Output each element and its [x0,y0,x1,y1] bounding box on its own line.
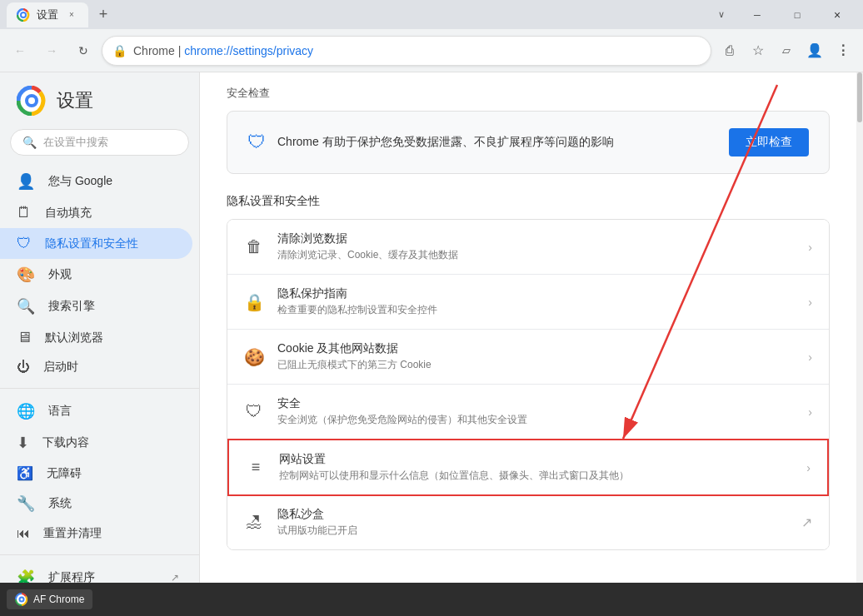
appearance-icon: 🎨 [17,266,35,284]
share-icon[interactable]: ⎙ [716,37,743,64]
window-controls: ─ □ × [738,0,856,29]
sidebar-divider [0,388,199,389]
content-container: 安全检查 🛡 Chrome 有助于保护您免受数据泄露、不良扩展程序等问题的影响 … [200,72,863,616]
sidebar-item-autofill[interactable]: 🗒 自动填充 [0,197,192,228]
sandbox-subtitle: 试用版功能已开启 [277,524,788,538]
sidebar-label-privacy: 隐私设置和安全性 [45,236,138,251]
taskbar-chrome-item[interactable]: AF Chrome [7,589,92,609]
security-row[interactable]: 🛡 安全 安全浏览（保护您免受危险网站的侵害）和其他安全设置 › [227,385,829,440]
tab-title: 设置 [37,7,58,22]
privacy-guide-icon: 🔒 [244,292,264,312]
sandbox-title: 隐私沙盒 [277,507,788,522]
expand-button[interactable]: ∨ [711,6,731,23]
safety-card-left: 🛡 Chrome 有助于保护您免受数据泄露、不良扩展程序等问题的影响 [247,132,614,153]
site-settings-subtitle: 控制网站可以使用和显示什么信息（如位置信息、摄像头、弹出式窗口及其他） [279,469,793,483]
site-settings-row[interactable]: ≡ 网站设置 控制网站可以使用和显示什么信息（如位置信息、摄像头、弹出式窗口及其… [227,439,829,496]
security-content: 安全 安全浏览（保护您免受危险网站的侵害）和其他安全设置 [277,396,795,427]
close-button[interactable]: × [818,0,856,29]
bookmark-icon[interactable]: ☆ [745,37,771,64]
back-button[interactable]: ← [7,37,33,64]
sidebar-item-language[interactable]: 🌐 语言 [0,395,192,427]
browser-icon: 🖥 [17,329,32,346]
sidebar-label-search: 搜索引擎 [48,299,95,314]
menu-icon[interactable]: ⋮ [830,37,856,64]
privacy-guide-title: 隐私保护指南 [277,286,795,301]
lock-icon: 🔒 [112,44,127,57]
minimize-button[interactable]: ─ [738,0,776,29]
search-bar[interactable]: 🔍 在设置中搜索 [10,129,189,156]
cookies-content: Cookie 及其他网站数据 已阻止无痕模式下的第三方 Cookie [277,341,795,372]
content-inner: 安全检查 🛡 Chrome 有助于保护您免受数据泄露、不良扩展程序等问题的影响 … [200,72,856,564]
privacy-icon: 🛡 [17,235,32,252]
right-scrollbar[interactable] [856,72,863,616]
scrollbar-thumb [857,72,862,122]
extensions-external-icon: ↗ [171,572,179,584]
download-icon: ⬇ [17,434,29,452]
sidebar-label-autofill: 自动填充 [45,206,92,221]
cookies-row[interactable]: 🍪 Cookie 及其他网站数据 已阻止无痕模式下的第三方 Cookie › [227,330,829,385]
cookies-title: Cookie 及其他网站数据 [277,341,795,356]
search-engine-icon: 🔍 [17,297,35,315]
url-path: chrome://settings/privacy [184,44,313,57]
cookies-subtitle: 已阻止无痕模式下的第三方 Cookie [277,358,795,372]
privacy-guide-row[interactable]: 🔒 隐私保护指南 检查重要的隐私控制设置和安全控件 › [227,275,829,330]
sidebar-label-appearance: 外观 [48,267,72,282]
search-icon: 🔍 [22,136,37,149]
sandbox-row[interactable]: 🏖 隐私沙盒 试用版功能已开启 ↗ [227,495,829,549]
check-now-button[interactable]: 立即检查 [729,128,809,156]
taskbar: AF Chrome [0,583,863,616]
sandbox-icon: 🏖 [244,513,264,532]
svg-point-5 [28,97,35,104]
forward-button[interactable]: → [38,37,65,64]
privacy-guide-subtitle: 检查重要的隐私控制设置和安全控件 [277,303,795,317]
tab-close-button[interactable]: × [65,8,78,22]
chrome-logo [17,86,47,116]
sidebar-item-search[interactable]: 🔍 搜索引擎 [0,291,192,322]
site-settings-icon: ≡ [246,459,266,476]
google-icon: 👤 [17,172,35,191]
tab-favicon [17,8,30,22]
titlebar: 设置 × + ∨ ─ □ × [0,0,863,29]
site-settings-title: 网站设置 [279,452,793,467]
sidebar-item-privacy[interactable]: 🛡 隐私设置和安全性 [0,228,192,259]
sandbox-external-icon: ↗ [801,514,812,530]
sidebar-item-startup[interactable]: ⏻ 启动时 [0,353,192,381]
trash-icon: 🗑 [244,237,264,256]
sidebar-label-accessibility: 无障碍 [47,466,82,481]
url-protocol: Chrome | [133,44,184,57]
accessibility-icon: ♿ [17,465,33,481]
sidebar-label-language: 语言 [48,404,72,419]
taskbar-chrome-icon [15,593,28,606]
new-tab-button[interactable]: + [92,3,115,27]
site-settings-content: 网站设置 控制网站可以使用和显示什么信息（如位置信息、摄像头、弹出式窗口及其他） [279,452,793,483]
clear-browsing-row[interactable]: 🗑 清除浏览数据 清除浏览记录、Cookie、缓存及其他数据 › [227,220,829,275]
sidebar-item-system[interactable]: 🔧 系统 [0,488,192,519]
clear-browsing-subtitle: 清除浏览记录、Cookie、缓存及其他数据 [277,248,795,262]
sidebar-label-reset: 重置并清理 [43,526,102,541]
safety-description: Chrome 有助于保护您免受数据泄露、不良扩展程序等问题的影响 [277,135,614,150]
privacy-guide-content: 隐私保护指南 检查重要的隐私控制设置和安全控件 [277,286,795,317]
sidebar-item-google[interactable]: 👤 您与 Google [0,166,192,197]
restore-button[interactable]: □ [778,0,816,29]
browser-tab[interactable]: 设置 × [7,2,88,27]
profile-icon[interactable]: 👤 [801,37,828,64]
system-icon: 🔧 [17,494,35,513]
sidebar-item-download[interactable]: ⬇ 下载内容 [0,427,192,459]
safety-card: 🛡 Chrome 有助于保护您免受数据泄露、不良扩展程序等问题的影响 立即检查 [227,111,830,174]
sidebar-item-accessibility[interactable]: ♿ 无障碍 [0,459,192,488]
toolbar-icons: ⎙ ☆ ▱ 👤 ⋮ [716,37,856,64]
row-arrow-1: › [808,296,812,309]
url-bar[interactable]: 🔒 Chrome | chrome://settings/privacy [102,36,711,66]
split-view-icon[interactable]: ▱ [773,37,800,64]
sidebar-item-appearance[interactable]: 🎨 外观 [0,259,192,291]
refresh-button[interactable]: ↻ [70,37,97,64]
sandbox-content: 隐私沙盒 试用版功能已开启 [277,507,788,538]
reset-icon: ⏮ [17,526,30,541]
language-icon: 🌐 [17,402,35,420]
sidebar-item-browser[interactable]: 🖥 默认浏览器 [0,322,192,353]
titlebar-left: 设置 × + [7,2,115,27]
privacy-section-title: 隐私设置和安全性 [227,194,830,209]
sidebar-label-download: 下载内容 [42,435,89,450]
sidebar-header: 设置 [0,79,199,129]
sidebar-item-reset[interactable]: ⏮ 重置并清理 [0,519,192,548]
